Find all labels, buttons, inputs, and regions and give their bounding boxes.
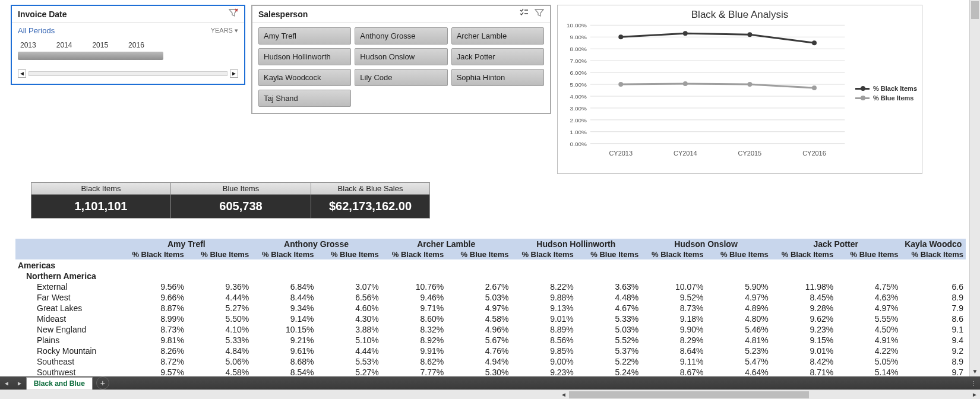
sheet-tab-bar: ◄ ► Black and Blue + ⋮	[0, 376, 980, 390]
new-sheet-button[interactable]: +	[96, 376, 109, 390]
vertical-scrollbar[interactable]: ▲ ▼	[969, 0, 980, 376]
svg-text:5.00%: 5.00%	[570, 81, 587, 88]
svg-text:CY2013: CY2013	[609, 150, 633, 157]
tab-nav-next[interactable]: ►	[13, 380, 26, 387]
svg-text:6.00%: 6.00%	[570, 69, 587, 76]
multiselect-icon[interactable]	[519, 8, 529, 20]
svg-text:2.00%: 2.00%	[570, 117, 587, 124]
timeline-scroll-track[interactable]	[29, 71, 227, 76]
timeline-all-periods[interactable]: All Periods	[18, 26, 55, 35]
pivot-col-salesperson[interactable]: Hudson Onslow	[641, 239, 771, 249]
card-value: 605,738	[171, 195, 311, 218]
timeline-year-labels: 2013 2014 2015 2016	[18, 41, 238, 49]
timeline-scale-dropdown[interactable]: YEARS ▾	[211, 27, 238, 34]
timeline-range-bar[interactable]	[18, 52, 163, 60]
hscroll-thumb[interactable]	[569, 391, 809, 398]
pivot-data-row[interactable]: Great Lakes8.87%5.27%9.34%4.60%9.71%4.97…	[15, 303, 966, 314]
scroll-left-arrow[interactable]: ◄	[558, 390, 569, 399]
pivot-col-salesperson[interactable]: Amy Trefl	[122, 239, 252, 249]
svg-point-31	[683, 81, 688, 86]
svg-text:0.00%: 0.00%	[570, 141, 587, 147]
pivot-data-row[interactable]: Plains9.81%5.33%9.21%5.10%8.92%5.67%8.56…	[15, 335, 966, 346]
svg-text:9.00%: 9.00%	[570, 34, 587, 40]
salesperson-item[interactable]: Hudson Hollinworth	[258, 48, 351, 65]
pivot-col-salesperson[interactable]: Hudson Hollinworth	[511, 239, 641, 249]
summary-cards: Black Items 1,101,101 Blue Items 605,738…	[31, 182, 980, 218]
chart-title: Black & Blue Analysis	[558, 5, 922, 22]
scroll-right-arrow[interactable]: ►	[969, 390, 980, 399]
tab-split-handle[interactable]: ⋮	[967, 380, 980, 387]
chart-legend: .legend div:nth-child(1) .sw::after{back…	[855, 83, 917, 104]
pivot-region[interactable]: Americas	[15, 259, 966, 271]
scroll-down-arrow[interactable]: ▼	[970, 367, 980, 376]
salesperson-item[interactable]: Anthony Grosse	[355, 27, 447, 45]
pivot-data-row[interactable]: Mideast8.99%5.50%9.14%4.30%8.60%4.58%9.0…	[15, 314, 966, 324]
timeline-scroll-right[interactable]: ►	[230, 69, 238, 78]
svg-text:10.00%: 10.00%	[567, 22, 587, 28]
svg-text:8.00%: 8.00%	[570, 46, 587, 52]
svg-point-27	[683, 31, 688, 36]
salesperson-title: Salesperson	[258, 10, 308, 19]
svg-text:CY2016: CY2016	[802, 150, 826, 157]
salesperson-item[interactable]: Sophia Hinton	[451, 69, 544, 86]
pivot-subregion[interactable]: Northern America	[15, 271, 966, 281]
svg-point-30	[618, 82, 623, 87]
timeline-scroll-left[interactable]: ◄	[18, 69, 26, 78]
svg-text:3.00%: 3.00%	[570, 105, 587, 112]
svg-text:1.00%: 1.00%	[570, 129, 587, 135]
salesperson-item[interactable]: Amy Trefl	[258, 27, 351, 45]
clear-filter-icon[interactable]	[535, 8, 544, 20]
pivot-col-salesperson[interactable]: Jack Potter	[771, 239, 901, 249]
vscroll-thumb[interactable]	[971, 1, 979, 19]
card-value: 1,101,101	[31, 195, 170, 218]
svg-point-29	[812, 40, 817, 45]
salesperson-item[interactable]: Jack Potter	[451, 48, 544, 65]
card-label: Blue Items	[171, 183, 311, 195]
pivot-data-row[interactable]: Southeast8.72%5.06%8.68%5.53%8.62%4.94%9…	[15, 356, 966, 367]
salesperson-item[interactable]: Taj Shand	[258, 90, 351, 107]
salesperson-item[interactable]: Lily Code	[355, 69, 447, 86]
svg-text:7.00%: 7.00%	[570, 58, 587, 64]
card-value: $62,173,162.00	[311, 195, 429, 218]
sheet-tab-active[interactable]: Black and Blue	[26, 377, 93, 390]
svg-point-28	[747, 32, 752, 37]
card-label: Black Items	[31, 183, 170, 195]
card-black-blue-sales: Black & Blue Sales $62,173,162.00	[311, 182, 430, 218]
slicer-salesperson[interactable]: Salesperson Amy TreflAnthony GrosseArche…	[251, 5, 551, 114]
card-label: Black & Blue Sales	[311, 183, 429, 195]
svg-point-26	[618, 34, 623, 39]
timeline-title: Invoice Date	[18, 10, 67, 19]
pivot-col-salesperson[interactable]: Kayla Woodco	[901, 239, 966, 249]
pivot-table[interactable]: Amy TreflAnthony GrosseArcher LambleHuds…	[15, 239, 966, 388]
card-black-items: Black Items 1,101,101	[31, 182, 171, 218]
horizontal-scrollbar[interactable]: ◄ ►	[0, 390, 980, 399]
pivot-col-salesperson[interactable]: Archer Lamble	[381, 239, 511, 249]
salesperson-item[interactable]: Hudson Onslow	[355, 48, 447, 65]
svg-text:CY2015: CY2015	[738, 150, 762, 157]
pivot-col-salesperson[interactable]: Anthony Grosse	[251, 239, 381, 249]
clear-filter-icon[interactable]	[229, 8, 238, 20]
pivot-data-row[interactable]: Rocky Mountain8.26%4.84%9.61%4.44%9.91%4…	[15, 346, 966, 356]
svg-point-32	[747, 82, 752, 87]
tab-nav-prev[interactable]: ◄	[0, 380, 13, 387]
pivot-data-row[interactable]: Far West9.66%4.44%8.44%6.56%9.46%5.03%9.…	[15, 292, 966, 303]
salesperson-item[interactable]: Kayla Woodcock	[258, 69, 351, 86]
chart-black-blue-analysis[interactable]: Black & Blue Analysis 0.00%1.00%2.00%3.0…	[557, 5, 922, 174]
pivot-data-row[interactable]: New England8.73%4.10%10.15%3.88%8.32%4.9…	[15, 324, 966, 335]
card-blue-items: Blue Items 605,738	[171, 182, 311, 218]
salesperson-item[interactable]: Archer Lamble	[451, 27, 544, 45]
timeline-slicer-invoice-date[interactable]: Invoice Date All Periods YEARS ▾ 2013	[11, 5, 245, 85]
svg-text:4.00%: 4.00%	[570, 93, 587, 100]
pivot-data-row[interactable]: External9.56%9.36%6.84%3.07%10.76%2.67%8…	[15, 281, 966, 292]
svg-point-33	[812, 86, 817, 90]
svg-text:CY2014: CY2014	[674, 150, 697, 157]
